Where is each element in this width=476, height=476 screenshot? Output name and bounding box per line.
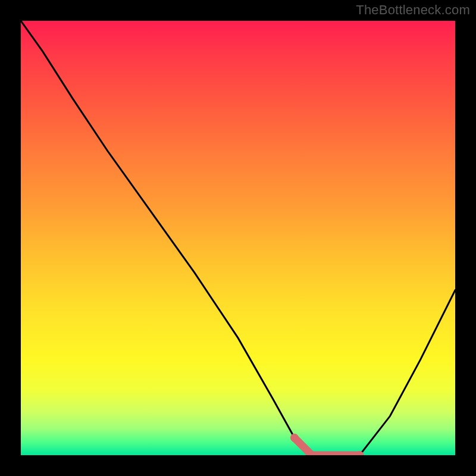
chart-container: TheBottleneck.com <box>0 0 476 476</box>
curve-svg <box>21 21 455 455</box>
watermark-text: TheBottleneck.com <box>356 2 470 18</box>
highlight-segment <box>295 438 360 455</box>
plot-area <box>21 21 455 455</box>
bottleneck-curve-path <box>21 21 455 455</box>
highlight-endpoint-left <box>290 434 299 442</box>
